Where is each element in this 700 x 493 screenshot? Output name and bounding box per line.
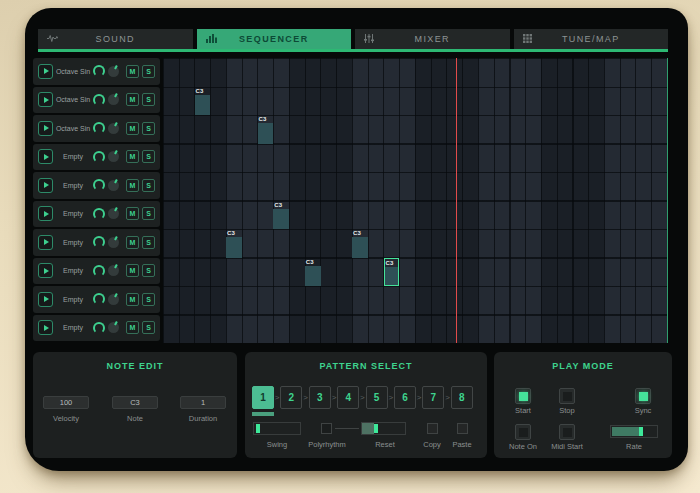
mute-button[interactable]: M — [126, 236, 139, 249]
mute-button[interactable]: M — [126, 321, 139, 334]
track-name: Octave Sin — [53, 68, 93, 75]
note-cell[interactable]: C3 — [305, 258, 321, 287]
reset-slider[interactable] — [361, 422, 406, 435]
solo-button[interactable]: S — [142, 236, 155, 249]
play-button[interactable] — [38, 178, 53, 193]
play-button[interactable] — [38, 92, 53, 107]
play-icon — [44, 125, 49, 131]
reset-handle[interactable] — [374, 424, 378, 433]
pattern-button-3[interactable]: 3 — [309, 386, 331, 409]
tab-sound[interactable]: SOUND — [38, 29, 193, 49]
toggle-sync[interactable] — [635, 388, 651, 404]
note-cell[interactable]: C3 — [226, 229, 242, 258]
play-button[interactable] — [38, 320, 53, 335]
mute-button[interactable]: M — [126, 264, 139, 277]
tab-sequencer[interactable]: SEQUENCER — [197, 29, 352, 49]
toggle-midi-start[interactable] — [559, 424, 575, 440]
pan-knob[interactable] — [108, 208, 119, 219]
pan-knob[interactable] — [108, 237, 119, 248]
mute-button[interactable]: M — [126, 179, 139, 192]
polyrhythm-track — [335, 428, 359, 429]
pan-knob[interactable] — [108, 94, 119, 105]
volume-knob[interactable] — [93, 265, 105, 277]
rate-slider[interactable] — [610, 425, 658, 438]
note-cell[interactable]: C3 — [273, 201, 289, 230]
mute-button[interactable]: M — [126, 293, 139, 306]
pattern-button-4[interactable]: 4 — [337, 386, 359, 409]
pattern-button-7[interactable]: 7 — [422, 386, 444, 409]
solo-button[interactable]: S — [142, 93, 155, 106]
pan-knob[interactable] — [108, 66, 119, 77]
rate-handle[interactable] — [639, 427, 643, 436]
pan-knob[interactable] — [108, 265, 119, 276]
volume-knob[interactable] — [93, 151, 105, 163]
mute-button[interactable]: M — [126, 207, 139, 220]
solo-button[interactable]: S — [142, 293, 155, 306]
pan-knob[interactable] — [108, 294, 119, 305]
mute-button[interactable]: M — [126, 93, 139, 106]
solo-button[interactable]: S — [142, 179, 155, 192]
solo-button[interactable]: S — [142, 264, 155, 277]
paste-button[interactable] — [457, 423, 468, 434]
swing-slider[interactable] — [253, 422, 301, 435]
volume-knob[interactable] — [93, 65, 105, 77]
pan-knob[interactable] — [108, 151, 119, 162]
swing-label: Swing — [267, 440, 287, 449]
field-label: Note — [112, 414, 158, 423]
note-label: C3 — [273, 201, 289, 209]
toggle-label: Note On — [509, 442, 537, 451]
toggle-stop[interactable] — [559, 388, 575, 404]
play-button[interactable] — [38, 263, 53, 278]
solo-button[interactable]: S — [142, 150, 155, 163]
volume-knob[interactable] — [93, 322, 105, 334]
note-cell[interactable]: C3 — [195, 87, 211, 116]
pattern-button-5[interactable]: 5 — [366, 386, 388, 409]
note-cell[interactable]: C3 — [352, 229, 368, 258]
solo-button[interactable]: S — [142, 207, 155, 220]
volume-knob[interactable] — [93, 179, 105, 191]
value-box-duration[interactable]: 1 — [180, 396, 226, 409]
pan-knob[interactable] — [108, 180, 119, 191]
solo-button[interactable]: S — [142, 321, 155, 334]
note-fill — [226, 237, 242, 258]
play-button[interactable] — [38, 206, 53, 221]
volume-knob[interactable] — [93, 122, 105, 134]
solo-button[interactable]: S — [142, 122, 155, 135]
track-row: EmptyMS — [33, 201, 160, 228]
pan-knob[interactable] — [108, 123, 119, 134]
volume-knob[interactable] — [93, 94, 105, 106]
play-button[interactable] — [38, 292, 53, 307]
pattern-button-1[interactable]: 1 — [252, 386, 274, 409]
value-box-note[interactable]: C3 — [112, 396, 158, 409]
play-button[interactable] — [38, 149, 53, 164]
volume-knob[interactable] — [93, 208, 105, 220]
tab-mixer[interactable]: MIXER — [355, 29, 510, 49]
play-button[interactable] — [38, 121, 53, 136]
toggle-start[interactable] — [515, 388, 531, 404]
toggle-note-on[interactable] — [515, 424, 531, 440]
play-icon — [44, 68, 49, 74]
step-grid[interactable]: C3C3C3C3C3C3C3 — [163, 58, 668, 343]
volume-knob[interactable] — [93, 236, 105, 248]
tab-tune-map[interactable]: TUNE/MAP — [514, 29, 669, 49]
volume-knob[interactable] — [93, 293, 105, 305]
mute-button[interactable]: M — [126, 122, 139, 135]
note-cell[interactable]: C3 — [384, 258, 400, 287]
mute-button[interactable]: M — [126, 150, 139, 163]
play-button[interactable] — [38, 64, 53, 79]
pattern-button-6[interactable]: 6 — [394, 386, 416, 409]
pan-knob[interactable] — [108, 322, 119, 333]
copy-button[interactable] — [427, 423, 438, 434]
play-icon — [44, 182, 49, 188]
solo-button[interactable]: S — [142, 65, 155, 78]
play-icon — [44, 296, 49, 302]
value-box-velocity[interactable]: 100 — [43, 396, 89, 409]
pattern-button-2[interactable]: 2 — [280, 386, 302, 409]
pattern-button-8[interactable]: 8 — [451, 386, 473, 409]
track-name: Empty — [53, 296, 93, 303]
play-button[interactable] — [38, 235, 53, 250]
swing-handle[interactable] — [256, 424, 260, 433]
mute-button[interactable]: M — [126, 65, 139, 78]
polyrhythm-toggle[interactable] — [321, 423, 332, 434]
note-cell[interactable]: C3 — [258, 115, 274, 144]
